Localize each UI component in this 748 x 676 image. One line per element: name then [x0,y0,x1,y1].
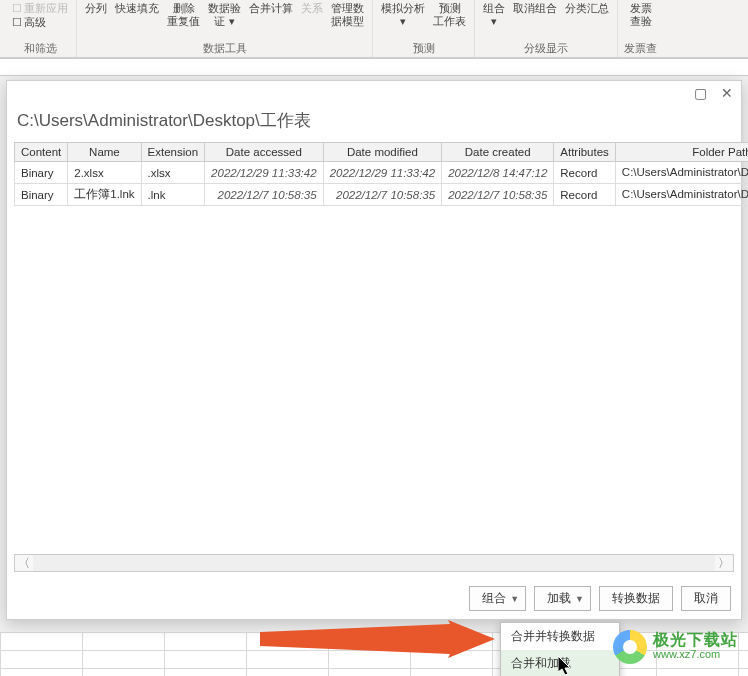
col-date-accessed[interactable]: Date accessed [205,143,324,162]
load-button-label: 加载 [547,590,571,607]
chevron-down-icon: ▼ [510,594,519,604]
remove-duplicates-button[interactable]: 删除重复值 [165,2,202,28]
text-to-columns-button[interactable]: 分列 [83,2,109,15]
ribbon-group-fapiao: 发票查验 发票查 [618,0,663,58]
flash-fill-button[interactable]: 快速填充 [113,2,161,15]
dialog-body-blank [7,206,741,554]
dialog-footer: 组合 ▼ 加载 ▼ 转换数据 取消 [7,576,741,619]
table-row[interactable]: Binary 工作簿1.lnk .lnk 2022/12/7 10:58:35 … [15,184,749,206]
menu-item-combine-transform[interactable]: 合并并转换数据 [501,623,619,650]
reapply-button[interactable]: ☐ 重新应用 [10,2,70,15]
ribbon-group-outline: 组合▾ 取消组合 分类汇总 分级显示 [475,0,618,58]
folder-path-heading: C:\Users\Administrator\Desktop\工作表 [7,105,741,142]
close-icon[interactable]: ✕ [721,85,733,101]
col-date-modified[interactable]: Date modified [323,143,442,162]
table-row[interactable]: Binary 2.xlsx .xlsx 2022/12/29 11:33:42 … [15,162,749,184]
ribbon-group-label-fapiao: 发票查 [624,41,657,58]
ribbon-group-label-forecast: 预测 [413,41,435,58]
group-button[interactable]: 组合▾ [481,2,507,28]
power-query-navigator-dialog: ▢ ✕ C:\Users\Administrator\Desktop\工作表 C… [6,80,742,620]
manage-data-model-button[interactable]: 管理数据模型 [329,2,366,28]
table-header-row: Content Name Extension Date accessed Dat… [15,143,749,162]
scroll-right-icon[interactable]: 〉 [715,555,733,572]
menu-item-combine-load[interactable]: 合并和加载 [501,650,619,676]
folder-preview-table: Content Name Extension Date accessed Dat… [14,142,748,206]
col-name[interactable]: Name [68,143,141,162]
ribbon-group-forecast: 模拟分析▾ 预测工作表 预测 [373,0,475,58]
col-date-created[interactable]: Date created [442,143,554,162]
data-validation-button[interactable]: 数据验证 ▾ [206,2,243,28]
cancel-button[interactable]: 取消 [681,586,731,611]
combine-button-label: 组合 [482,590,506,607]
chevron-down-icon: ▼ [575,594,584,604]
relationships-button: 关系 [299,2,325,15]
combine-button[interactable]: 组合 ▼ [469,586,526,611]
whatif-button[interactable]: 模拟分析▾ [379,2,427,28]
fapiao-button[interactable]: 发票查验 [628,2,654,28]
ungroup-button[interactable]: 取消组合 [511,2,559,15]
col-attributes[interactable]: Attributes [554,143,616,162]
maximize-icon[interactable]: ▢ [694,85,707,101]
forecast-sheet-button[interactable]: 预测工作表 [431,2,468,28]
formula-bar-area [0,58,748,76]
excel-ribbon: ☐ 重新应用 ☐ 高级 和筛选 分列 快速填充 删除重复值 数据验证 ▾ 合并计… [0,0,748,58]
scrollbar-track[interactable] [33,555,715,571]
col-extension[interactable]: Extension [141,143,205,162]
ribbon-group-filter: ☐ 重新应用 ☐ 高级 和筛选 [4,0,77,58]
col-folder-path[interactable]: Folder Path [615,143,748,162]
ribbon-group-label-datatools: 数据工具 [203,41,247,58]
subtotal-button[interactable]: 分类汇总 [563,2,611,15]
ribbon-group-label-filter: 和筛选 [24,41,57,58]
transform-button-label: 转换数据 [612,590,660,607]
transform-data-button[interactable]: 转换数据 [599,586,673,611]
ribbon-group-datatools: 分列 快速填充 删除重复值 数据验证 ▾ 合并计算 关系 管理数据模型 数据工具 [77,0,373,58]
col-content[interactable]: Content [15,143,68,162]
advanced-filter-button[interactable]: ☐ 高级 [10,16,70,29]
horizontal-scrollbar[interactable]: 〈 〉 [14,554,734,572]
cancel-button-label: 取消 [694,590,718,607]
ribbon-group-label-outline: 分级显示 [524,41,568,58]
dialog-titlebar: ▢ ✕ [7,81,741,105]
scroll-left-icon[interactable]: 〈 [15,555,33,572]
load-button[interactable]: 加载 ▼ [534,586,591,611]
combine-dropdown-menu: 合并并转换数据 合并和加载 合并和加载... [500,622,620,676]
consolidate-button[interactable]: 合并计算 [247,2,295,15]
worksheet-grid[interactable] [0,632,748,676]
